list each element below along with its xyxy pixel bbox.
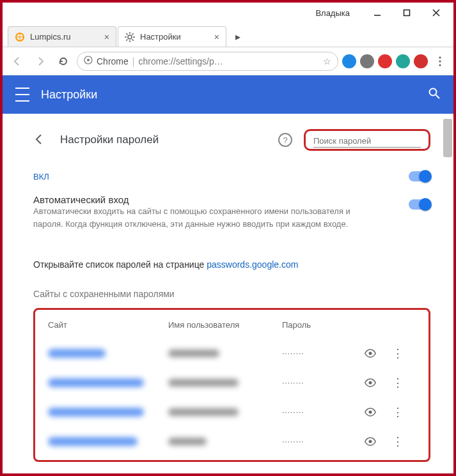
svg-point-21 <box>430 89 437 96</box>
show-password-icon[interactable] <box>358 437 383 446</box>
table-header-row: Сайт Имя пользователя Пароль <box>48 320 416 339</box>
open-password-list-text: Открывайте список паролей на странице pa… <box>33 259 430 270</box>
username-cell <box>168 379 239 387</box>
site-cell <box>48 408 144 417</box>
window-titlebar: Владыка <box>3 3 453 23</box>
window-minimize-button[interactable] <box>363 3 392 22</box>
page-title: Настройки паролей <box>60 134 159 146</box>
close-icon[interactable]: × <box>104 32 109 42</box>
svg-point-25 <box>369 411 372 414</box>
svg-line-22 <box>436 95 440 99</box>
tab-title: Настройки <box>140 32 181 42</box>
svg-line-15 <box>126 39 127 40</box>
row-menu-icon[interactable]: ⋮ <box>388 405 407 419</box>
url-text: chrome://settings/p… <box>138 56 319 66</box>
password-masked: ········ <box>282 437 352 446</box>
profile-name[interactable]: Владыка <box>315 8 350 18</box>
favicon-icon <box>15 32 25 42</box>
extension-icon[interactable] <box>396 54 410 68</box>
extension-icon[interactable] <box>378 54 392 68</box>
address-bar[interactable]: Chrome | chrome://settings/p… ☆ <box>77 52 338 71</box>
offer-save-toggle[interactable] <box>409 171 430 181</box>
close-icon[interactable]: × <box>214 32 219 42</box>
nav-forward-button[interactable] <box>31 52 50 71</box>
chrome-page-icon <box>84 56 93 66</box>
svg-point-17 <box>87 59 90 61</box>
username-cell <box>168 408 239 416</box>
bookmark-star-icon[interactable]: ☆ <box>323 56 331 66</box>
svg-point-7 <box>128 35 132 39</box>
password-masked: ········ <box>282 378 352 387</box>
extension-icon[interactable] <box>342 54 356 68</box>
col-site: Сайт <box>48 320 163 330</box>
show-password-icon[interactable] <box>358 378 383 387</box>
url-scheme: Chrome <box>97 56 129 66</box>
gear-icon <box>125 32 135 42</box>
site-cell <box>48 437 138 446</box>
auto-signin-description: Автоматически входить на сайты с помощью… <box>33 205 366 230</box>
svg-point-26 <box>369 440 372 443</box>
table-row[interactable]: ········ ⋮ <box>48 339 416 368</box>
window-maximize-button[interactable] <box>392 3 421 22</box>
browser-toolbar: Chrome | chrome://settings/p… ☆ <box>3 47 453 75</box>
settings-body: Настройки паролей ? ВКЛ Автоматический в… <box>3 114 453 473</box>
auto-signin-toggle[interactable] <box>409 199 430 210</box>
svg-line-14 <box>132 33 134 35</box>
show-password-icon[interactable] <box>358 349 383 358</box>
username-cell <box>168 349 219 357</box>
saved-passwords-title: Сайты с сохраненными паролями <box>33 289 430 299</box>
nav-reload-button[interactable] <box>54 52 73 71</box>
offer-save-toggle-label: ВКЛ <box>33 172 409 181</box>
password-masked: ········ <box>282 349 352 358</box>
extension-icon[interactable] <box>414 54 428 68</box>
nav-back-button[interactable] <box>8 52 27 71</box>
saved-passwords-table-highlight: Сайт Имя пользователя Пароль ········ ⋮ … <box>33 308 430 462</box>
password-search-input[interactable] <box>313 135 421 148</box>
settings-title: Настройки <box>41 88 428 102</box>
svg-point-24 <box>369 381 372 385</box>
table-row[interactable]: ········ ⋮ <box>48 397 416 427</box>
svg-rect-1 <box>404 10 410 16</box>
browser-tab[interactable]: Lumpics.ru × <box>8 26 116 47</box>
site-cell <box>48 349 106 358</box>
svg-point-19 <box>439 60 441 62</box>
settings-header: Настройки <box>3 75 453 114</box>
username-cell <box>168 438 207 445</box>
svg-point-18 <box>439 56 441 58</box>
tab-title: Lumpics.ru <box>30 32 71 42</box>
window-close-button[interactable] <box>421 3 451 22</box>
svg-point-23 <box>369 352 372 355</box>
svg-line-13 <box>132 39 134 40</box>
col-password: Пароль <box>282 320 352 330</box>
browser-menu-button[interactable] <box>432 56 448 66</box>
col-username: Имя пользователя <box>168 320 277 330</box>
row-menu-icon[interactable]: ⋮ <box>388 346 407 360</box>
password-masked: ········ <box>282 408 352 417</box>
row-menu-icon[interactable]: ⋮ <box>388 376 407 390</box>
passwords-google-link[interactable]: passwords.google.com <box>207 259 298 270</box>
table-row[interactable]: ········ ⋮ <box>48 368 416 397</box>
new-tab-button[interactable]: ▸ <box>230 29 246 44</box>
scrollbar-thumb[interactable] <box>443 119 452 157</box>
extension-icon[interactable] <box>360 54 374 68</box>
browser-tab[interactable]: Настройки × <box>118 26 226 47</box>
settings-search-button[interactable] <box>428 87 441 102</box>
password-search-highlight <box>304 129 430 151</box>
table-row[interactable]: ········ ⋮ <box>48 427 416 456</box>
tab-strip: Lumpics.ru × Настройки × ▸ <box>3 23 453 47</box>
auto-signin-title: Автоматический вход <box>33 194 409 205</box>
row-menu-icon[interactable]: ⋮ <box>388 434 407 449</box>
back-arrow-icon[interactable] <box>33 133 46 148</box>
svg-point-20 <box>439 64 441 66</box>
show-password-icon[interactable] <box>358 408 383 417</box>
site-cell <box>48 378 144 387</box>
svg-line-12 <box>126 33 127 35</box>
menu-icon[interactable] <box>15 88 29 102</box>
help-icon[interactable]: ? <box>278 133 292 147</box>
